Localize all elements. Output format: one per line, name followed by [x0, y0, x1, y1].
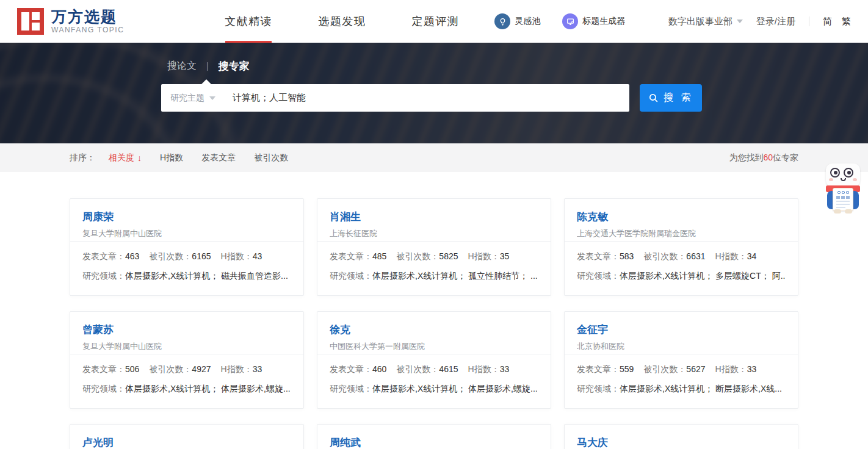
sort-label: 排序： [70, 153, 95, 163]
expert-org: 上海交通大学医学院附属瑞金医院 [577, 228, 786, 239]
sort-option-publications[interactable]: 发表文章 [201, 153, 236, 163]
wanfang-logo-icon [17, 8, 44, 35]
cited-count: 4927 [192, 364, 211, 374]
pub-count: 559 [620, 364, 634, 374]
robot-mascot[interactable] [824, 163, 862, 214]
expert-stats: 发表文章：559被引次数：5627H指数：33 [577, 364, 786, 375]
hindex-value: 33 [500, 364, 510, 374]
inspiration-pool-link[interactable]: 灵感池 [494, 13, 540, 29]
pub-count: 460 [372, 364, 386, 374]
field-selector-label: 研究主题 [170, 93, 204, 104]
expert-card[interactable]: 徐克 中国医科大学第一附属医院 发表文章：460被引次数：4615H指数：33 … [317, 311, 551, 409]
chevron-down-icon [737, 20, 743, 23]
lightbulb-icon [494, 13, 510, 29]
research-fields: 研究领域：体层摄影术,X线计算机； 断层摄影术,X线... [577, 384, 786, 395]
search-box: 研究主题 [161, 84, 629, 112]
search-field-selector[interactable]: 研究主题 [161, 93, 215, 104]
logo-subtitle: WANFANG TOPIC [51, 26, 124, 34]
sort-option-relevance[interactable]: 相关度 ↓ [109, 153, 142, 163]
expert-card[interactable]: 陈克敏 上海交通大学医学院附属瑞金医院 发表文章：583被引次数：6631H指数… [564, 198, 798, 296]
research-fields: 研究领域：体层摄影术,X线计算机； 多层螺旋CT； 阿... [577, 271, 786, 282]
expert-card[interactable]: 马大庆 [564, 424, 798, 449]
pub-count: 463 [125, 251, 139, 261]
department-label: 数字出版事业部 [668, 16, 732, 27]
header-right: 数字出版事业部 登录/注册 简 繁 [668, 16, 851, 27]
expert-grid: 周康荣 复旦大学附属中山医院 发表文章：463被引次数：6165H指数：43 研… [70, 198, 798, 449]
search-tabs: 搜论文 | 搜专家 [167, 56, 868, 76]
hindex-value: 35 [500, 251, 510, 261]
logo[interactable]: 万方选题 WANFANG TOPIC [17, 8, 124, 35]
mascot-head [826, 163, 860, 187]
pub-count: 506 [125, 364, 139, 374]
expert-name[interactable]: 金征宇 [577, 324, 786, 336]
expert-name[interactable]: 陈克敏 [577, 211, 786, 223]
cited-count: 5627 [686, 364, 705, 374]
expert-card[interactable]: 卢光明 [70, 424, 304, 449]
expert-card[interactable]: 肖湘生 上海长征医院 发表文章：485被引次数：5825H指数：35 研究领域：… [317, 198, 551, 296]
expert-card[interactable]: 曾蒙苏 复旦大学附属中山医院 发表文章：506被引次数：4927H指数：33 研… [70, 311, 304, 409]
login-register-link[interactable]: 登录/注册 [756, 16, 795, 27]
top-header: 万方选题 WANFANG TOPIC 文献精读 选题发现 定题评测 [0, 0, 868, 43]
main-nav: 文献精读 选题发现 定题评测 [225, 0, 459, 43]
hindex-value: 33 [253, 364, 262, 374]
nav-item-topic-evaluation[interactable]: 定题评测 [411, 0, 459, 43]
hindex-value: 43 [253, 251, 262, 261]
hero-banner: 搜论文 | 搜专家 研究主题 搜 索 [0, 43, 868, 143]
chevron-down-icon [209, 96, 215, 100]
search-button-label: 搜 索 [664, 92, 693, 104]
expert-name[interactable]: 曾蒙苏 [82, 324, 291, 336]
search-input[interactable] [233, 93, 629, 103]
expert-org: 中国医科大学第一附属医院 [330, 341, 538, 352]
expert-name[interactable]: 马大庆 [577, 437, 786, 449]
expert-card[interactable]: 周纯武 [317, 424, 551, 449]
expert-stats: 发表文章：506被引次数：4927H指数：33 [82, 364, 291, 375]
expert-name[interactable]: 卢光明 [82, 437, 291, 449]
department-dropdown[interactable]: 数字出版事业部 [668, 16, 743, 27]
search-button[interactable]: 搜 索 [640, 84, 702, 112]
lang-simplified[interactable]: 简 [823, 16, 832, 27]
research-fields: 研究领域：体层摄影术,X线计算机； 体层摄影术,螺旋... [330, 384, 538, 395]
nav-label: 选题发现 [318, 14, 366, 29]
nav-item-literature-reading[interactable]: 文献精读 [225, 0, 272, 43]
cited-count: 6165 [192, 251, 211, 261]
expert-org: 复旦大学附属中山医院 [82, 341, 291, 352]
expert-name[interactable]: 周纯武 [330, 437, 538, 449]
tool-label: 灵感池 [515, 16, 540, 27]
research-fields: 研究领域：体层摄影术,X线计算机； 孤立性肺结节； ... [330, 271, 538, 282]
expert-name[interactable]: 周康荣 [82, 211, 291, 223]
expert-stats: 发表文章：583被引次数：6631H指数：34 [577, 251, 786, 262]
sort-option-citations[interactable]: 被引次数 [254, 153, 288, 163]
title-generator-link[interactable]: 标题生成器 [562, 13, 625, 29]
expert-name[interactable]: 肖湘生 [330, 211, 538, 223]
tab-divider: | [206, 61, 209, 71]
expert-card[interactable]: 周康荣 复旦大学附属中山医院 发表文章：463被引次数：6165H指数：43 研… [70, 198, 304, 296]
hindex-value: 33 [747, 364, 757, 374]
language-switch: 简 繁 [823, 16, 851, 27]
nav-item-topic-discovery[interactable]: 选题发现 [318, 0, 366, 43]
title-generator-icon [562, 13, 578, 29]
hindex-value: 34 [747, 251, 757, 261]
expert-card[interactable]: 金征宇 北京协和医院 发表文章：559被引次数：5627H指数：33 研究领域：… [564, 311, 798, 409]
logo-title: 万方选题 [51, 9, 124, 26]
nav-label: 定题评测 [411, 14, 459, 29]
expert-name[interactable]: 徐克 [330, 324, 538, 336]
pub-count: 583 [620, 251, 634, 261]
cited-count: 5825 [439, 251, 458, 261]
pub-count: 485 [372, 251, 386, 261]
tab-search-experts[interactable]: 搜专家 [219, 59, 250, 73]
sort-descending-icon[interactable]: ↓ [137, 153, 142, 163]
sort-option-hindex[interactable]: H指数 [160, 153, 183, 163]
sort-options: 相关度 ↓ H指数 发表文章 被引次数 [109, 153, 288, 163]
expert-stats: 发表文章：463被引次数：6165H指数：43 [82, 251, 291, 262]
expert-stats: 发表文章：485被引次数：5825H指数：35 [330, 251, 538, 262]
research-fields: 研究领域：体层摄影术,X线计算机； 磁共振血管造影... [82, 271, 291, 282]
header-tools: 灵感池 标题生成器 [494, 13, 625, 29]
expert-org: 复旦大学附属中山医院 [82, 228, 291, 239]
lang-traditional[interactable]: 繁 [842, 16, 851, 27]
sort-bar: 排序： 相关度 ↓ H指数 发表文章 被引次数 为您找到60位专家 [0, 143, 868, 172]
tab-pointer [201, 79, 211, 84]
mascot-document [833, 188, 853, 211]
tab-search-papers[interactable]: 搜论文 [167, 60, 197, 73]
results-area: 周康荣 复旦大学附属中山医院 发表文章：463被引次数：6165H指数：43 研… [70, 172, 798, 449]
active-nav-underline [225, 41, 272, 43]
